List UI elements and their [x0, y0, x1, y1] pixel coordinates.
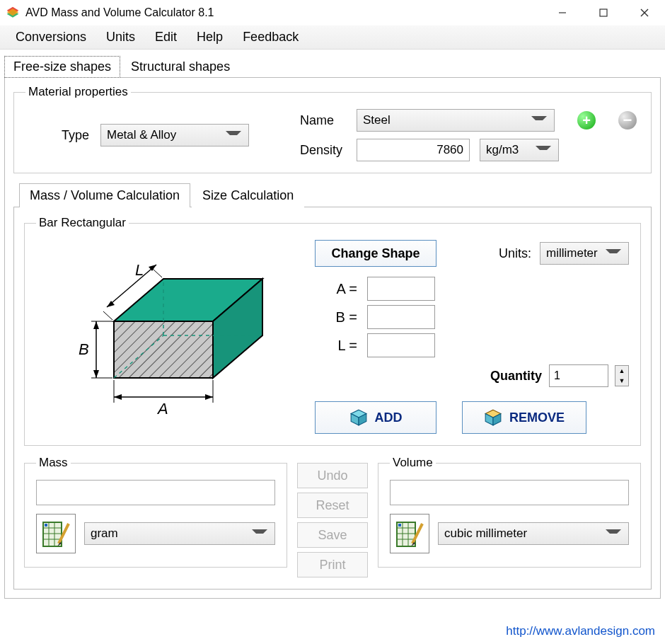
dim-b-input[interactable] — [367, 305, 435, 329]
reset-button[interactable]: Reset — [297, 493, 368, 518]
footer-link[interactable]: http://www.avlandesign.com — [506, 624, 655, 638]
main-tabstrip: Free-size shapes Structural shapes — [4, 55, 661, 77]
svg-text:L: L — [135, 261, 144, 279]
mass-calc-icon[interactable] — [36, 514, 76, 553]
mass-group: Mass — [24, 456, 287, 568]
name-label: Name — [300, 113, 347, 128]
tab-size-calculation[interactable]: Size Calculation — [192, 183, 304, 207]
units-select[interactable]: millimeter — [540, 242, 629, 265]
volume-output — [390, 480, 629, 505]
quantity-input[interactable]: 1 — [549, 364, 608, 387]
mass-unit-select[interactable]: gram — [84, 522, 275, 545]
svg-marker-26 — [205, 394, 213, 400]
shape-diagram: L B A — [36, 240, 298, 424]
mass-legend: Mass — [36, 456, 71, 470]
volume-group: Volume — [378, 456, 641, 568]
svg-text:B: B — [79, 340, 89, 358]
menu-units[interactable]: Units — [96, 27, 145, 47]
svg-marker-8 — [114, 321, 213, 378]
dim-l-label: L = — [325, 338, 357, 354]
maximize-button[interactable] — [583, 0, 624, 25]
svg-marker-19 — [93, 321, 99, 329]
tab-free-size-shapes[interactable]: Free-size shapes — [4, 56, 120, 78]
density-label: Density — [300, 143, 347, 158]
density-input[interactable]: 7860 — [357, 139, 470, 161]
sub-tabstrip: Mass / Volume Calculation Size Calculati… — [13, 183, 652, 207]
density-unit-select[interactable]: kg/m3 — [480, 139, 559, 161]
save-button[interactable]: Save — [297, 522, 368, 548]
mass-output — [36, 480, 275, 505]
tab-mass-volume[interactable]: Mass / Volume Calculation — [19, 183, 190, 207]
menubar: Conversions Units Edit Help Feedback — [0, 25, 665, 50]
dim-b-label: B = — [325, 309, 357, 326]
svg-rect-50 — [398, 524, 401, 527]
dim-a-input[interactable] — [367, 277, 435, 301]
material-properties-group: Material properties Type Metal & Alloy N… — [13, 85, 652, 173]
svg-line-15 — [103, 311, 112, 320]
add-button[interactable]: ADD — [315, 401, 436, 434]
undo-button[interactable]: Undo — [297, 463, 368, 488]
minimize-button[interactable] — [542, 0, 583, 25]
remove-material-button[interactable] — [618, 111, 637, 130]
remove-button[interactable]: REMOVE — [462, 401, 586, 434]
calculation-panel: Bar Rectangular — [13, 207, 652, 590]
action-buttons: Undo Reset Save Print — [297, 456, 368, 577]
tab-structural-shapes[interactable]: Structural shapes — [122, 56, 239, 77]
change-shape-button[interactable]: Change Shape — [315, 240, 436, 267]
cube-remove-icon — [484, 408, 502, 427]
dim-a-label: A = — [325, 281, 357, 297]
shape-group: Bar Rectangular — [24, 216, 641, 446]
close-button[interactable] — [624, 0, 665, 25]
app-icon — [6, 6, 20, 20]
svg-rect-1 — [600, 9, 607, 16]
units-label: Units: — [499, 246, 531, 261]
volume-legend: Volume — [390, 456, 436, 470]
type-label: Type — [25, 128, 89, 143]
volume-calc-icon[interactable] — [390, 514, 429, 553]
cube-icon — [349, 408, 368, 427]
type-select[interactable]: Metal & Alloy — [100, 124, 249, 146]
quantity-spinner[interactable]: ▲▼ — [615, 365, 629, 386]
volume-unit-select[interactable]: cubic millimeter — [438, 522, 629, 545]
shape-legend: Bar Rectangular — [36, 216, 129, 230]
menu-conversions[interactable]: Conversions — [6, 27, 96, 47]
svg-line-16 — [153, 269, 162, 277]
menu-edit[interactable]: Edit — [145, 27, 187, 47]
dim-l-input[interactable] — [367, 333, 435, 357]
menu-help[interactable]: Help — [187, 27, 233, 47]
window-title: AVD Mass and Volume Calculator 8.1 — [25, 6, 542, 19]
main-panel: Material properties Type Metal & Alloy N… — [4, 77, 661, 599]
material-legend: Material properties — [25, 85, 131, 99]
svg-marker-20 — [93, 370, 99, 378]
quantity-label: Quantity — [490, 369, 542, 384]
svg-marker-25 — [114, 394, 122, 400]
add-material-button[interactable] — [577, 111, 596, 130]
menu-feedback[interactable]: Feedback — [233, 27, 308, 47]
titlebar: AVD Mass and Volume Calculator 8.1 — [0, 0, 665, 25]
svg-rect-42 — [45, 524, 47, 527]
svg-text:A: A — [156, 400, 168, 418]
print-button[interactable]: Print — [297, 552, 368, 577]
name-select[interactable]: Steel — [357, 109, 555, 132]
